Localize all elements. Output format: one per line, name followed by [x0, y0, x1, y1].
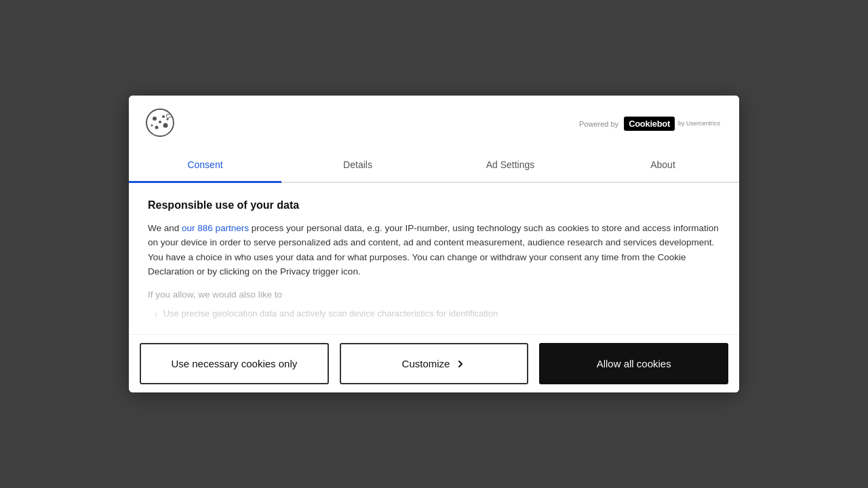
svg-point-1	[153, 117, 157, 121]
list-item: Use precise geolocation data and activel…	[155, 307, 720, 321]
content-body: We and our 886 partners process your per…	[148, 221, 720, 279]
cookie-icon	[145, 108, 175, 138]
svg-point-2	[162, 115, 165, 118]
tab-about[interactable]: About	[587, 148, 739, 183]
cookiebot-logo: Cookiebot by Usercentrics	[624, 117, 720, 131]
content-title: Responsible use of your data	[148, 199, 720, 211]
svg-point-4	[155, 125, 159, 129]
secondary-text: If you allow, we would also like to	[148, 287, 720, 302]
tab-details[interactable]: Details	[281, 148, 434, 183]
svg-point-5	[159, 121, 161, 123]
overlay: Powered by Cookiebot by Usercentrics Con…	[0, 0, 868, 488]
tab-consent[interactable]: Consent	[129, 148, 281, 183]
partner-link[interactable]: our 886 partners	[182, 223, 249, 233]
customize-label: Customize	[402, 358, 450, 369]
svg-point-6	[151, 124, 153, 126]
modal-header: Powered by Cookiebot by Usercentrics	[129, 96, 739, 148]
use-necessary-button[interactable]: Use necessary cookies only	[140, 343, 329, 384]
powered-by-container: Powered by Cookiebot by Usercentrics	[579, 117, 720, 131]
svg-point-3	[163, 123, 168, 127]
content-list: Use precise geolocation data and activel…	[155, 307, 720, 321]
modal-footer: Use necessary cookies only Customize All…	[129, 334, 739, 392]
customize-button[interactable]: Customize	[340, 343, 529, 384]
tabs-container: Consent Details Ad Settings About	[129, 148, 739, 183]
tab-ad-settings[interactable]: Ad Settings	[434, 148, 587, 183]
cookie-consent-modal: Powered by Cookiebot by Usercentrics Con…	[129, 96, 739, 393]
modal-content: Responsible use of your data We and our …	[129, 183, 739, 335]
powered-by-text: Powered by	[579, 120, 618, 128]
allow-all-button[interactable]: Allow all cookies	[539, 343, 728, 384]
we-and-text: We and	[148, 223, 182, 233]
cookiebot-name: Cookiebot	[624, 117, 675, 131]
cookiebot-sub: by Usercentrics	[678, 121, 720, 127]
cookie-logo-container	[145, 108, 175, 140]
chevron-right-icon	[455, 359, 466, 369]
